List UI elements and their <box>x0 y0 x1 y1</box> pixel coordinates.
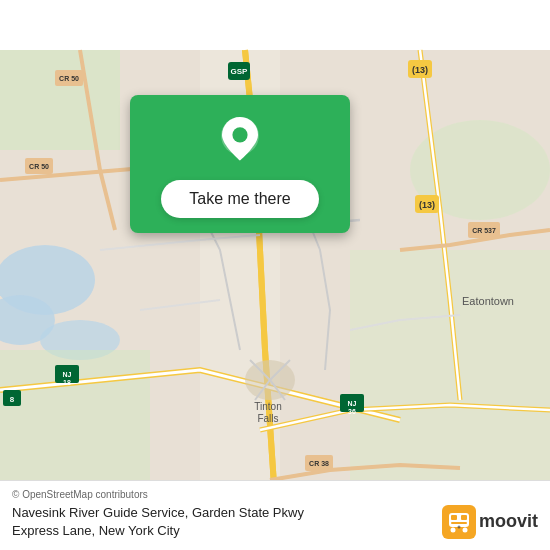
svg-point-44 <box>462 527 467 532</box>
location-pin-icon <box>215 115 265 170</box>
map-attribution: © OpenStreetMap contributors <box>12 489 538 500</box>
svg-text:NJ: NJ <box>63 371 72 378</box>
svg-text:Eatontown: Eatontown <box>462 295 514 307</box>
location-line2: Express Lane, New York City <box>12 523 180 538</box>
svg-rect-4 <box>0 50 120 150</box>
map-background: GSP NJ 18 NJ 36 (13) (13) CR 537 CR 50 <box>0 0 550 550</box>
svg-rect-41 <box>461 515 467 520</box>
svg-text:8: 8 <box>10 395 15 404</box>
location-line1: Navesink River Guide Service, Garden Sta… <box>12 505 304 520</box>
svg-rect-42 <box>451 522 467 524</box>
svg-rect-40 <box>451 515 457 520</box>
svg-text:36: 36 <box>348 408 356 415</box>
svg-point-37 <box>232 127 247 142</box>
navigation-card: Take me there <box>130 95 350 233</box>
location-info: Navesink River Guide Service, Garden Sta… <box>12 504 538 540</box>
bottom-info-bar: © OpenStreetMap contributors Navesink Ri… <box>0 480 550 550</box>
take-me-there-button[interactable]: Take me there <box>161 180 318 218</box>
svg-text:(13): (13) <box>419 200 435 210</box>
svg-text:CR 50: CR 50 <box>59 75 79 82</box>
location-text: Navesink River Guide Service, Garden Sta… <box>12 504 432 540</box>
svg-point-45 <box>457 525 460 528</box>
svg-point-43 <box>450 527 455 532</box>
moovit-logo: moovit <box>442 505 538 539</box>
moovit-icon <box>442 505 476 539</box>
moovit-text: moovit <box>479 511 538 532</box>
attribution-text: © OpenStreetMap contributors <box>12 489 148 500</box>
svg-text:NJ: NJ <box>348 400 357 407</box>
svg-text:CR 50: CR 50 <box>29 163 49 170</box>
svg-text:18: 18 <box>63 379 71 386</box>
svg-text:CR 537: CR 537 <box>472 227 496 234</box>
svg-text:Tinton: Tinton <box>254 401 281 412</box>
svg-text:GSP: GSP <box>231 67 249 76</box>
svg-text:(13): (13) <box>412 65 428 75</box>
map-container: GSP NJ 18 NJ 36 (13) (13) CR 537 CR 50 <box>0 0 550 550</box>
green-card: Take me there <box>130 95 350 233</box>
svg-text:CR 38: CR 38 <box>309 460 329 467</box>
svg-text:Falls: Falls <box>257 413 278 424</box>
